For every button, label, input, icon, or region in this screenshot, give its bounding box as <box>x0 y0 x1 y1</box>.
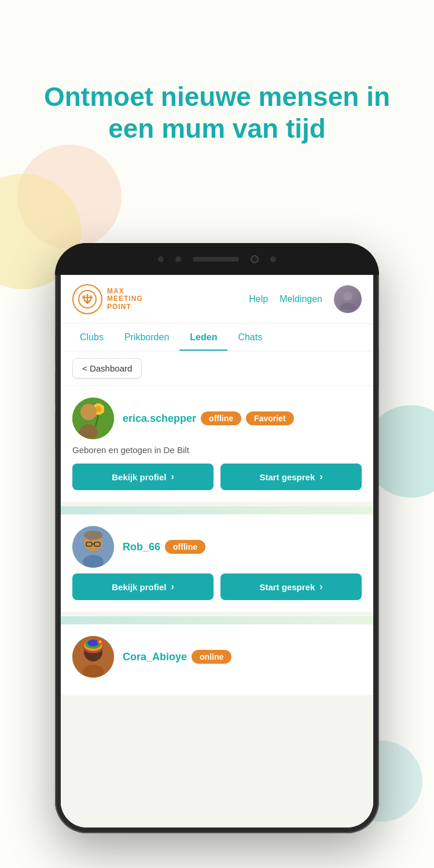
member-info-rob: Rob_66 offline <box>123 540 205 554</box>
phone-screen: MAX MEETING POINT Help Meldingen <box>61 275 373 827</box>
member-card-erica: erica.schepper offline Favoriet Geboren … <box>61 386 373 502</box>
status-badge-rob: offline <box>165 540 205 554</box>
volume-up-button <box>55 370 56 405</box>
phone-top-bar <box>55 243 379 275</box>
svg-point-20 <box>84 531 102 540</box>
hero-heading: Ontmoet nieuwe mensen in een mum van tij… <box>35 81 399 145</box>
svg-point-4 <box>343 292 352 301</box>
avatar-cora <box>72 636 114 678</box>
avatar-rob <box>72 526 114 568</box>
member-header-rob: Rob_66 offline <box>72 526 362 568</box>
member-actions-erica: Bekijk profiel › Start gesprek › <box>72 464 362 490</box>
member-name-rob: Rob_66 <box>123 541 160 553</box>
svg-point-16 <box>80 404 97 420</box>
member-card-cora: Cora_Abioye online <box>61 624 373 695</box>
svg-point-32 <box>99 641 102 643</box>
members-list: erica.schepper offline Favoriet Geboren … <box>61 386 373 827</box>
user-avatar[interactable] <box>334 285 362 313</box>
chevron-right-icon: › <box>171 472 174 482</box>
chevron-right-icon3: › <box>171 582 174 592</box>
app-content: MAX MEETING POINT Help Meldingen <box>61 275 373 827</box>
power-button <box>378 347 379 388</box>
breadcrumb-bar: < Dashboard <box>61 351 373 386</box>
volume-down-button <box>55 414 56 448</box>
logo-text: MAX MEETING POINT <box>107 288 143 311</box>
logo-svg <box>78 290 97 308</box>
start-gesprek-erica[interactable]: Start gesprek › <box>220 464 362 490</box>
member-info-cora: Cora_Abioye online <box>123 650 231 664</box>
phone-mockup: MAX MEETING POINT Help Meldingen <box>55 243 379 833</box>
tab-chats[interactable]: Chats <box>227 324 273 351</box>
app-header: MAX MEETING POINT Help Meldingen <box>61 275 373 324</box>
svg-point-30 <box>87 639 99 646</box>
meldingen-link[interactable]: Meldingen <box>279 294 322 304</box>
member-info-erica: erica.schepper offline Favoriet <box>123 411 294 425</box>
member-card-rob: Rob_66 offline Bekijk profiel › Start ge… <box>61 514 373 612</box>
phone-sensor <box>158 256 164 262</box>
member-header-erica: erica.schepper offline Favoriet <box>72 398 362 439</box>
help-link[interactable]: Help <box>249 294 268 304</box>
tab-leden[interactable]: Leden <box>179 324 227 351</box>
stripe-decoration-2 <box>61 616 373 624</box>
dashboard-back-button[interactable]: < Dashboard <box>72 358 142 378</box>
member-description-erica: Geboren en getogen in De Bilt <box>72 445 362 455</box>
stripe-decoration <box>61 506 373 514</box>
tab-prikborden[interactable]: Prikborden <box>114 324 179 351</box>
avatar-erica <box>72 398 114 439</box>
phone-sensor2 <box>175 256 181 262</box>
hero-section: Ontmoet nieuwe mensen in een mum van tij… <box>0 81 434 145</box>
volume-silent-button <box>55 336 56 362</box>
phone-camera <box>251 255 259 263</box>
phone-speaker <box>193 257 239 262</box>
member-name-cora: Cora_Abioye <box>123 651 187 663</box>
svg-point-5 <box>340 303 356 310</box>
member-name-erica: erica.schepper <box>123 413 196 425</box>
user-avatar-image <box>334 285 362 313</box>
logo: MAX MEETING POINT <box>72 284 143 314</box>
status-badge-erica: offline <box>201 411 241 425</box>
start-gesprek-rob[interactable]: Start gesprek › <box>220 573 362 600</box>
logo-icon <box>72 284 102 314</box>
header-nav: Help Meldingen <box>249 285 362 313</box>
status-badge-cora: online <box>192 650 231 664</box>
tab-clubs[interactable]: Clubs <box>69 324 114 351</box>
member-header-cora: Cora_Abioye online <box>72 636 362 678</box>
breadcrumb-label: < Dashboard <box>82 363 132 373</box>
bekijk-profiel-rob[interactable]: Bekijk profiel › <box>72 573 214 600</box>
phone-frame: MAX MEETING POINT Help Meldingen <box>55 243 379 833</box>
member-actions-rob: Bekijk profiel › Start gesprek › <box>72 573 362 600</box>
favoriet-badge-erica: Favoriet <box>246 411 293 425</box>
nav-tabs: Clubs Prikborden Leden Chats <box>61 324 373 351</box>
bekijk-profiel-erica[interactable]: Bekijk profiel › <box>72 464 214 490</box>
phone-sensor3 <box>270 256 276 262</box>
chevron-right-icon2: › <box>319 472 322 482</box>
chevron-right-icon4: › <box>319 582 322 592</box>
